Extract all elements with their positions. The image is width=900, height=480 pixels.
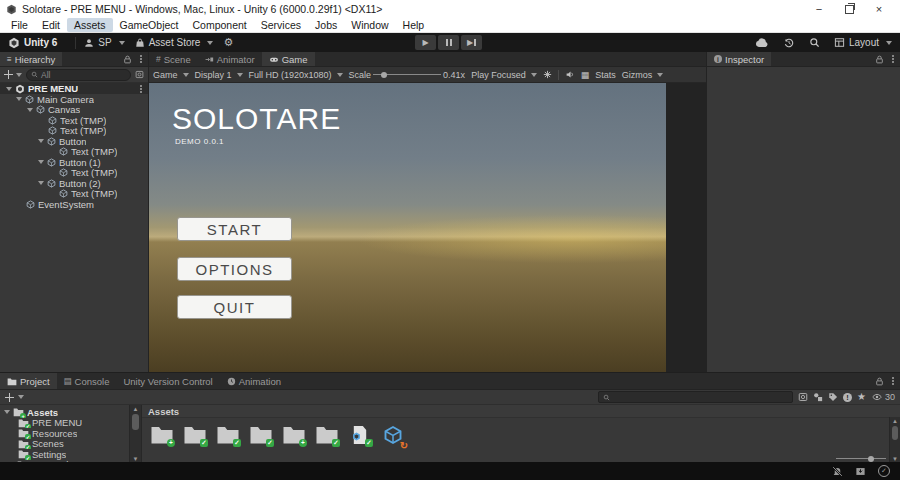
project-folder-settings[interactable]: ✓ Settings (0, 449, 129, 460)
search-by-importlog-icon[interactable]: ! (843, 393, 852, 402)
minimize-button[interactable]: − (804, 0, 834, 18)
search-by-shape-icon[interactable] (813, 392, 823, 402)
pause-button[interactable] (438, 35, 459, 50)
project-folder-resources[interactable]: ✓ Resources (0, 428, 129, 439)
project-folder-pre-menu[interactable]: ✓ PRE MENU (0, 418, 129, 429)
add-gameobject-button[interactable] (4, 70, 13, 79)
game-render-surface[interactable]: SOLOTARE DEMO 0.0.1 START OPTIONS QUIT (149, 83, 666, 372)
menu-file[interactable]: File (4, 18, 35, 32)
tab-scene[interactable]: # Scene (149, 52, 198, 66)
kebab-menu-icon[interactable] (140, 58, 142, 60)
asset-store-dropdown[interactable]: Asset Store (135, 37, 214, 48)
scene-picker-icon[interactable] (135, 70, 144, 79)
scroll-up-icon[interactable]: ▲ (133, 405, 139, 413)
menu-gameobject[interactable]: GameObject (113, 18, 186, 32)
create-asset-button[interactable] (5, 393, 14, 402)
expander-icon[interactable] (38, 181, 44, 185)
menu-edit[interactable]: Edit (35, 18, 67, 32)
hierarchy-item-main-camera[interactable]: Main Camera (0, 94, 148, 105)
assets-scrollbar[interactable]: ▲ ▼ (889, 417, 900, 463)
asset-folder[interactable]: ✓ (315, 424, 339, 450)
preferences-button[interactable]: ⚙ (223, 37, 233, 48)
chevron-down-icon[interactable] (18, 395, 24, 399)
scale-slider[interactable]: Scale 0.41x (349, 70, 466, 80)
asset-size-slider-thumb[interactable] (868, 456, 874, 462)
display-dropdown[interactable]: Display 1 (195, 70, 243, 80)
kebab-menu-icon[interactable] (892, 380, 894, 382)
step-button[interactable]: ▶ (461, 35, 482, 50)
project-search-input[interactable] (598, 391, 793, 403)
expander-icon[interactable] (4, 410, 10, 414)
asset-package[interactable]: ↻ (381, 424, 405, 450)
expander-icon[interactable] (16, 97, 22, 101)
chevron-down-icon[interactable] (16, 73, 22, 77)
unity-version-button[interactable]: Unity 6 (8, 37, 57, 49)
screenshot-burst-icon[interactable] (543, 70, 552, 79)
play-button[interactable]: ▶ (415, 35, 436, 50)
vcs-status-icon[interactable]: ✓ (878, 465, 890, 477)
hierarchy-item-text-tmp[interactable]: Text (TMP) (0, 168, 148, 179)
stats-button[interactable]: Stats (595, 70, 616, 80)
asset-size-slider[interactable] (836, 458, 886, 459)
asset-folder[interactable]: ✓ (216, 424, 240, 450)
expander-icon[interactable] (38, 160, 44, 164)
kebab-menu-icon[interactable] (140, 88, 142, 90)
asset-folder[interactable]: + (282, 424, 306, 450)
account-dropdown[interactable]: SP (84, 37, 124, 48)
asset-folder[interactable]: + (150, 424, 174, 450)
search-by-label-icon[interactable] (828, 392, 838, 402)
asset-folder[interactable]: ✓ (249, 424, 273, 450)
menu-component[interactable]: Component (185, 18, 253, 32)
tab-unity-version-control[interactable]: Unity Version Control (116, 373, 219, 389)
gizmos-dropdown[interactable]: Gizmos (622, 70, 664, 80)
expander-icon[interactable] (27, 108, 33, 112)
menu-assets[interactable]: Assets (67, 18, 113, 32)
lock-icon[interactable] (875, 377, 884, 386)
expander-icon[interactable] (6, 87, 12, 91)
tab-hierarchy[interactable]: ≡ Hierarchy (0, 52, 62, 66)
scrollbar-thumb[interactable] (892, 426, 898, 440)
hierarchy-item-button-1[interactable]: Button (1) (0, 157, 148, 168)
lock-icon[interactable] (123, 55, 132, 64)
tab-inspector[interactable]: i Inspector (707, 52, 771, 66)
expander-icon[interactable] (38, 139, 44, 143)
start-button[interactable]: START (177, 217, 292, 241)
hierarchy-item-text-tmp[interactable]: Text (TMP) (0, 147, 148, 158)
project-root-assets[interactable]: + Assets (0, 407, 129, 418)
mute-audio-icon[interactable] (565, 70, 575, 79)
game-mode-dropdown[interactable]: Game (153, 70, 189, 80)
scrollbar-thumb[interactable] (132, 414, 139, 430)
resolution-dropdown[interactable]: Full HD (1920x1080) (249, 70, 343, 80)
project-tree-scrollbar[interactable]: ▲ ▼ (129, 405, 142, 463)
scroll-up-icon[interactable]: ▲ (892, 417, 898, 425)
import-activity-icon[interactable] (855, 466, 866, 477)
lock-icon[interactable] (875, 55, 884, 64)
search-icon[interactable] (809, 37, 820, 48)
search-by-type-icon[interactable] (798, 392, 808, 402)
scale-slider-track[interactable] (373, 74, 441, 75)
hierarchy-search-input[interactable]: All (26, 69, 131, 81)
hierarchy-item-canvas[interactable]: Canvas (0, 105, 148, 116)
cloud-icon[interactable] (755, 38, 769, 48)
undo-history-icon[interactable] (783, 37, 795, 49)
close-button[interactable]: × (864, 0, 894, 18)
hidden-count-toggle[interactable]: 30 (871, 392, 895, 402)
notifications-muted-icon[interactable] (832, 466, 843, 477)
hierarchy-item-button-2[interactable]: Button (2) (0, 178, 148, 189)
menu-window[interactable]: Window (344, 18, 395, 32)
hierarchy-item-text-tmp[interactable]: Text (TMP) (0, 189, 148, 200)
scene-header-row[interactable]: PRE MENU (0, 83, 148, 94)
menu-help[interactable]: Help (396, 18, 432, 32)
menu-services[interactable]: Services (254, 18, 308, 32)
options-button[interactable]: OPTIONS (177, 257, 292, 281)
scale-slider-thumb[interactable] (381, 72, 387, 78)
favorites-star-icon[interactable]: ★ (857, 392, 866, 402)
restore-button[interactable] (834, 0, 864, 18)
layout-dropdown[interactable]: Layout (834, 37, 892, 48)
tab-project[interactable]: Project (0, 373, 57, 389)
kebab-menu-icon[interactable] (892, 58, 894, 60)
asset-scene-file[interactable]: ✓ (348, 424, 372, 450)
hierarchy-item-text-tmp[interactable]: Text (TMP) (0, 126, 148, 137)
tab-game[interactable]: Game (262, 52, 315, 66)
tab-animation[interactable]: Animation (220, 373, 288, 389)
